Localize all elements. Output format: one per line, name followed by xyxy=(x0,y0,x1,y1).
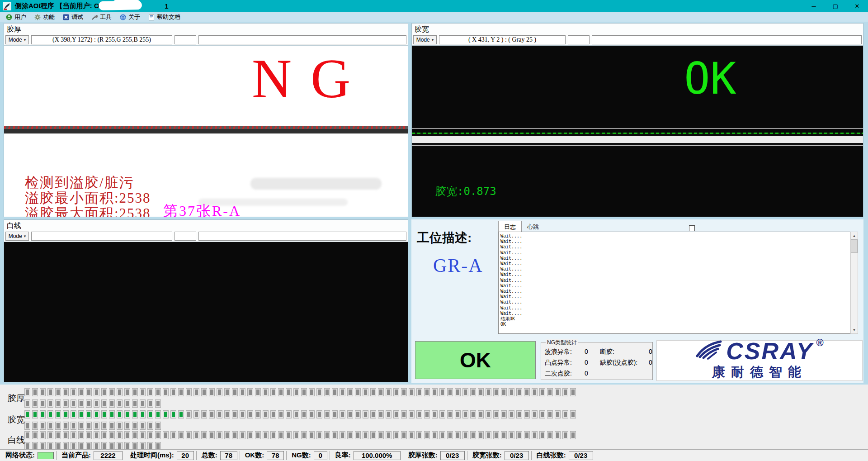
progress-cell xyxy=(324,431,330,439)
progress-cell xyxy=(163,431,169,439)
log-checkbox[interactable] xyxy=(689,225,695,231)
status-label: 白线张数: xyxy=(534,451,569,460)
redaction-scribble xyxy=(113,0,140,5)
tab-log[interactable]: 日志 xyxy=(498,221,522,232)
status-divider xyxy=(403,451,403,460)
status-divider xyxy=(286,451,287,460)
log-entry: Wait.... xyxy=(500,311,856,316)
progress-cell xyxy=(101,399,107,408)
control-quadrant: 工位描述: GR-A 日志 心跳 Wait....Wait....Wait...… xyxy=(411,219,863,383)
log-entry: Wait.... xyxy=(500,266,856,272)
progress-cell xyxy=(178,410,184,418)
menu-item-help-doc[interactable]: 帮助文档 xyxy=(144,12,184,22)
progress-cell xyxy=(132,431,138,439)
maximize-button[interactable]: ▢ xyxy=(825,0,846,12)
progress-cell xyxy=(470,388,476,396)
progress-cell xyxy=(293,431,299,439)
progress-cell xyxy=(547,431,553,439)
scroll-down-arrow-icon[interactable]: ▼ xyxy=(851,326,858,333)
progress-cell xyxy=(278,410,284,418)
progress-cell xyxy=(332,410,338,418)
progress-cell xyxy=(270,431,276,439)
progress-cell xyxy=(124,422,130,430)
menu-item-about[interactable]: 关于 xyxy=(116,12,144,22)
inspection-image-white-line[interactable] xyxy=(4,242,408,382)
frame-tag-text: 第37张R-A xyxy=(163,201,241,217)
progress-cell xyxy=(55,410,61,418)
progress-cell xyxy=(117,399,123,408)
progress-cell xyxy=(155,410,161,418)
station-id: GR-A xyxy=(433,255,483,276)
panel-glue-width: 胶宽 Mode▾ ( X 431, Y 2 ) : ( Gray 25 ) OK… xyxy=(411,23,863,217)
progress-cell xyxy=(439,431,445,439)
close-button[interactable]: ✕ xyxy=(846,0,868,12)
progress-cell xyxy=(47,410,53,418)
toolbar-field-small xyxy=(175,35,196,44)
progress-cell xyxy=(509,410,514,418)
mode-dropdown[interactable]: Mode▾ xyxy=(5,35,29,44)
progress-cell xyxy=(401,431,407,439)
progress-cell xyxy=(347,388,353,396)
tab-heartbeat[interactable]: 心跳 xyxy=(522,222,544,232)
inspection-image-glue-width[interactable]: OK 胶宽:0.873 xyxy=(412,45,863,217)
status-value: 78 xyxy=(267,451,284,460)
status-value: 0/23 xyxy=(505,451,529,460)
scroll-up-arrow-icon[interactable]: ▲ xyxy=(851,232,858,239)
progress-cell xyxy=(516,388,522,396)
mode-dropdown[interactable]: Mode▾ xyxy=(5,232,29,241)
progress-cell xyxy=(86,399,92,408)
progress-cell xyxy=(209,431,215,439)
ng-type-stats-groupbox: NG类型统计 波浪异常: 0 断胶: 0 凸点异常: 0 缺胶(没点胶): 0 … xyxy=(541,342,653,380)
progress-cell xyxy=(316,431,322,439)
status-label: 总数: xyxy=(199,451,220,460)
menu-label: 帮助文档 xyxy=(157,13,180,21)
status-label: 当前产品: xyxy=(59,451,94,460)
progress-cell xyxy=(516,431,522,439)
progress-cell xyxy=(263,431,269,439)
progress-cell xyxy=(32,431,38,439)
status-label: 处理时间(ms): xyxy=(127,451,177,460)
overall-result-button[interactable]: OK xyxy=(415,341,536,379)
progress-cell xyxy=(263,410,269,418)
progress-row xyxy=(24,431,576,439)
stat-value: 0 xyxy=(585,348,600,356)
progress-cell xyxy=(71,399,76,408)
progress-cell xyxy=(78,410,84,418)
progress-cell xyxy=(201,388,207,396)
progress-cell xyxy=(532,388,538,396)
menu-item-tools[interactable]: 工具 xyxy=(87,12,116,22)
progress-cell xyxy=(509,388,514,396)
progress-cell xyxy=(247,410,253,418)
progress-cell xyxy=(424,410,430,418)
progress-cell xyxy=(416,431,422,439)
log-entry: Wait.... xyxy=(500,294,856,299)
progress-cell xyxy=(447,431,453,439)
scrollbar-thumb[interactable] xyxy=(851,239,858,253)
progress-cell xyxy=(439,410,445,418)
log-entry: Wait.... xyxy=(500,305,856,311)
progress-row xyxy=(24,410,576,418)
progress-cell xyxy=(324,388,330,396)
progress-cell xyxy=(109,422,115,430)
status-value: 0/23 xyxy=(440,451,465,460)
progress-cell xyxy=(539,388,545,396)
menu-item-functions[interactable]: 功能 xyxy=(30,12,59,22)
progress-cell xyxy=(178,431,184,439)
title-bar: 侧涂AOI程序 【当前用户: OEM】 编 1 ─ ▢ ✕ xyxy=(0,0,868,12)
progress-cell xyxy=(370,388,376,396)
progress-cell xyxy=(217,388,222,396)
stat-label: 二次点胶: xyxy=(545,370,585,378)
progress-cell xyxy=(155,431,161,439)
pixel-readout-field: (X 398,Y 1272) : (R 255,G 255,B 255) xyxy=(31,35,172,44)
log-scrollbar[interactable]: ▲ ▼ xyxy=(850,232,858,334)
minimize-button[interactable]: ─ xyxy=(803,0,825,12)
progress-cell xyxy=(94,410,99,418)
log-list[interactable]: Wait....Wait....Wait....Wait....Wait....… xyxy=(498,232,858,334)
progress-cell xyxy=(86,422,92,430)
inspection-image-glue-thickness[interactable]: NG 检测到溢胶/脏污 溢胶最小面积:2538 溢胶最大面积:2538 第37张… xyxy=(4,45,408,217)
progress-cell xyxy=(47,388,53,396)
menu-item-debug[interactable]: 调试 xyxy=(59,12,87,22)
mode-dropdown[interactable]: Mode▾ xyxy=(413,35,437,44)
menu-item-user[interactable]: 用户 xyxy=(2,12,30,22)
progress-cell xyxy=(109,388,115,396)
